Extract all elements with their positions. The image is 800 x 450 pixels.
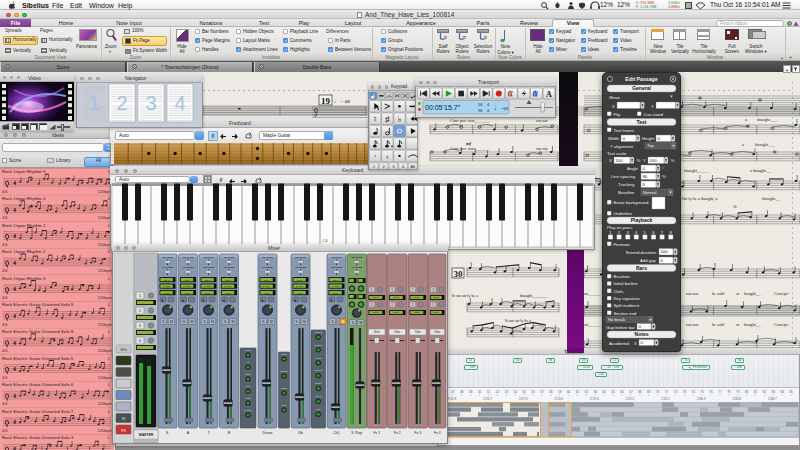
svg-text:Erase background: Erase background	[614, 200, 649, 205]
svg-text:100: 100	[616, 158, 624, 163]
svg-text:Tracking: Tracking	[618, 182, 635, 187]
svg-text:Fermata:: Fermata:	[614, 242, 631, 247]
svg-text:Notes: Notes	[635, 331, 649, 337]
svg-text:100: 100	[661, 249, 669, 254]
svg-text:Flip: Flip	[614, 112, 622, 117]
svg-text:X: X	[612, 104, 615, 109]
svg-text:Y alignment:: Y alignment:	[610, 144, 634, 149]
svg-text:Clefs: Clefs	[614, 289, 624, 294]
svg-text:%: %	[637, 158, 641, 163]
svg-text:Edit Passage: Edit Passage	[625, 76, 657, 82]
svg-text:3: 3	[626, 230, 629, 235]
svg-text:2: 2	[618, 230, 621, 235]
svg-text:Accidental:: Accidental:	[609, 341, 630, 346]
svg-text:%: %	[662, 174, 666, 179]
svg-text:Y: Y	[643, 158, 646, 163]
svg-text:General: General	[632, 85, 651, 91]
svg-text:Underline: Underline	[614, 211, 633, 216]
svg-text:Show: Show	[609, 95, 621, 100]
svg-text:X: X	[634, 341, 637, 346]
svg-text:Gap before bar: Gap before bar	[606, 325, 635, 330]
svg-text:8: 8	[669, 230, 672, 235]
svg-text:Text: Text	[637, 119, 647, 125]
svg-text:Baseline: Baseline	[618, 190, 635, 195]
svg-text:Split multirest: Split multirest	[614, 303, 641, 308]
svg-text:7: 7	[661, 230, 664, 235]
svg-text:6: 6	[652, 230, 655, 235]
svg-text:Key signature: Key signature	[614, 296, 641, 301]
svg-text:Text frame:: Text frame:	[614, 128, 635, 133]
svg-text:Text scale:: Text scale:	[607, 151, 627, 156]
svg-text:100: 100	[650, 158, 658, 163]
svg-text:Line spacing: Line spacing	[611, 174, 636, 179]
svg-text:Height: Height	[642, 136, 655, 141]
svg-text:X: X	[609, 158, 612, 163]
svg-text:1: 1	[609, 230, 612, 235]
svg-text:5: 5	[644, 230, 647, 235]
svg-text:Normal: Normal	[643, 190, 657, 195]
svg-text:Section end: Section end	[614, 311, 637, 316]
svg-text:Width: Width	[608, 136, 620, 141]
svg-text:Angle: Angle	[627, 166, 639, 171]
svg-text:Top: Top	[647, 143, 654, 148]
svg-text:Playback: Playback	[631, 217, 653, 223]
svg-text:No break: No break	[608, 317, 626, 322]
svg-text:%: %	[671, 158, 675, 163]
svg-text:Brackets: Brackets	[614, 274, 631, 279]
svg-text:Add gap: Add gap	[640, 258, 657, 263]
svg-text:Bars: Bars	[636, 265, 647, 271]
svg-text:90: 90	[643, 174, 648, 179]
svg-text:Y: Y	[651, 104, 654, 109]
svg-text:°: °	[662, 166, 664, 171]
svg-text:Initial barline: Initial barline	[614, 281, 639, 286]
svg-text:Cue-sized: Cue-sized	[644, 112, 664, 117]
svg-text:Extend duration: Extend duration	[626, 250, 657, 255]
svg-text:4: 4	[635, 230, 638, 235]
